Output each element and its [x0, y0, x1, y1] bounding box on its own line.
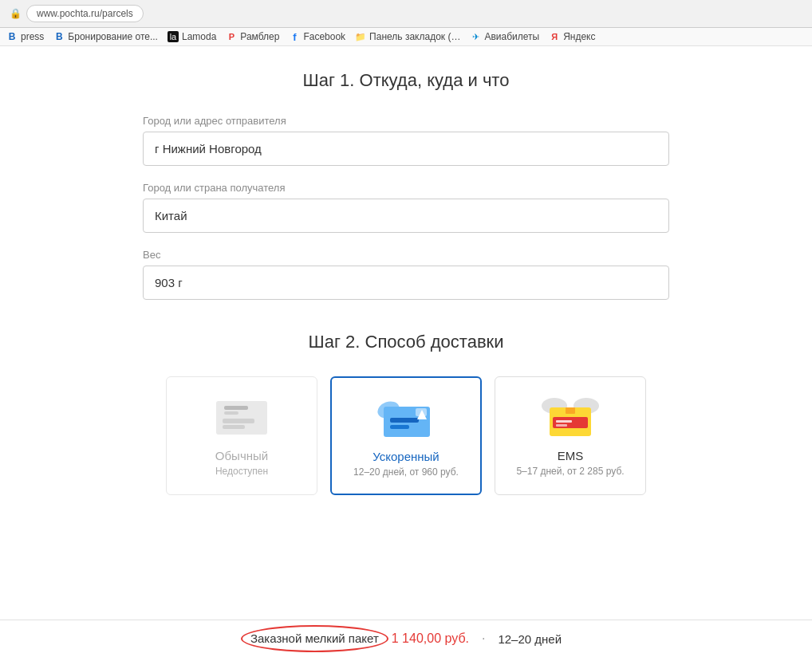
step2-section: Шаг 2. Способ доставки Обычный Недоступе…	[143, 332, 669, 495]
folder-icon: 📁	[355, 31, 366, 42]
yandex-label: Яндекс	[563, 31, 595, 42]
bookmark-avia[interactable]: ✈ Авиабилеты	[470, 31, 539, 42]
step2-title: Шаг 2. Способ доставки	[143, 332, 669, 352]
receiver-group: Город или страна получателя	[143, 182, 669, 233]
ems-card-desc: 5–17 дней, от 2 285 руб.	[508, 466, 633, 477]
bookmarks-bar: B press B Бронирование оте... la Lamoda …	[0, 28, 812, 46]
delivery-card-accelerated[interactable]: Ускоренный 12–20 дней, от 960 руб.	[330, 376, 482, 495]
facebook-icon: f	[289, 31, 300, 42]
address-bar[interactable]: www.pochta.ru/parcels	[26, 5, 144, 22]
bookmark-folder[interactable]: 📁 Панель закладок (…	[355, 31, 460, 42]
svg-rect-15	[556, 420, 572, 423]
receiver-label: Город или страна получателя	[143, 182, 669, 194]
receiver-input[interactable]	[143, 199, 669, 233]
booking-label: Бронирование оте...	[68, 31, 158, 42]
lamoda-icon: la	[168, 31, 179, 42]
regular-mail-svg	[213, 396, 270, 438]
facebook-label: Facebook	[303, 31, 345, 42]
regular-card-desc: Недоступен	[179, 466, 304, 477]
accelerated-card-name: Ускоренный	[345, 450, 467, 463]
delivery-card-regular[interactable]: Обычный Недоступен	[166, 376, 317, 495]
svg-rect-4	[224, 411, 238, 415]
bookmark-press[interactable]: B press	[6, 31, 44, 42]
bookmark-lamoda[interactable]: la Lamoda	[168, 31, 216, 42]
accelerated-mail-svg	[377, 395, 435, 440]
regular-card-name: Обычный	[179, 449, 304, 462]
sender-label: Город или адрес отправителя	[143, 115, 669, 127]
svg-rect-2	[223, 425, 245, 429]
sender-input[interactable]	[143, 132, 669, 166]
lamoda-label: Lamoda	[182, 31, 216, 42]
folder-label: Панель закладок (…	[369, 31, 460, 42]
yandex-icon: Я	[549, 31, 560, 42]
accelerated-card-desc: 12–20 дней, от 960 руб.	[345, 466, 467, 478]
bookmark-rambler[interactable]: Р Рамблер	[226, 31, 279, 42]
bookmark-booking[interactable]: B Бронирование оте...	[53, 31, 158, 42]
ems-card-icon	[508, 393, 633, 441]
url-text: www.pochta.ru/parcels	[37, 8, 133, 19]
svg-rect-7	[390, 418, 419, 423]
bookmark-yandex[interactable]: Я Яндекс	[549, 31, 595, 42]
page-content: Шаг 1. Откуда, куда и что Город или адре…	[127, 46, 685, 543]
avia-label: Авиабилеты	[484, 31, 539, 42]
rambler-label: Рамблер	[240, 31, 279, 42]
booking-icon: B	[53, 31, 65, 42]
delivery-cards: Обычный Недоступен	[143, 376, 669, 495]
rambler-icon: Р	[226, 31, 237, 42]
delivery-card-ems[interactable]: EMS 5–17 дней, от 2 285 руб.	[495, 376, 646, 495]
ems-svg	[542, 395, 599, 439]
svg-rect-3	[224, 406, 248, 410]
svg-rect-16	[556, 424, 567, 427]
ems-card-name: EMS	[508, 449, 633, 462]
weight-input[interactable]	[143, 266, 669, 300]
accelerated-card-icon	[345, 394, 467, 442]
svg-rect-10	[416, 408, 427, 416]
browser-bar: 🔒 www.pochta.ru/parcels	[0, 0, 812, 28]
regular-card-icon	[179, 393, 304, 441]
weight-group: Вес	[143, 249, 669, 300]
svg-rect-8	[390, 425, 409, 429]
svg-rect-1	[223, 419, 254, 423]
weight-label: Вес	[143, 249, 669, 261]
bookmark-facebook[interactable]: f Facebook	[289, 31, 345, 42]
lock-icon: 🔒	[10, 8, 22, 19]
step1-title: Шаг 1. Откуда, куда и что	[143, 70, 669, 91]
plane-icon: ✈	[470, 31, 481, 42]
press-label: press	[21, 31, 44, 42]
press-icon: B	[6, 31, 18, 42]
sender-group: Город или адрес отправителя	[143, 115, 669, 166]
svg-rect-17	[566, 407, 575, 414]
